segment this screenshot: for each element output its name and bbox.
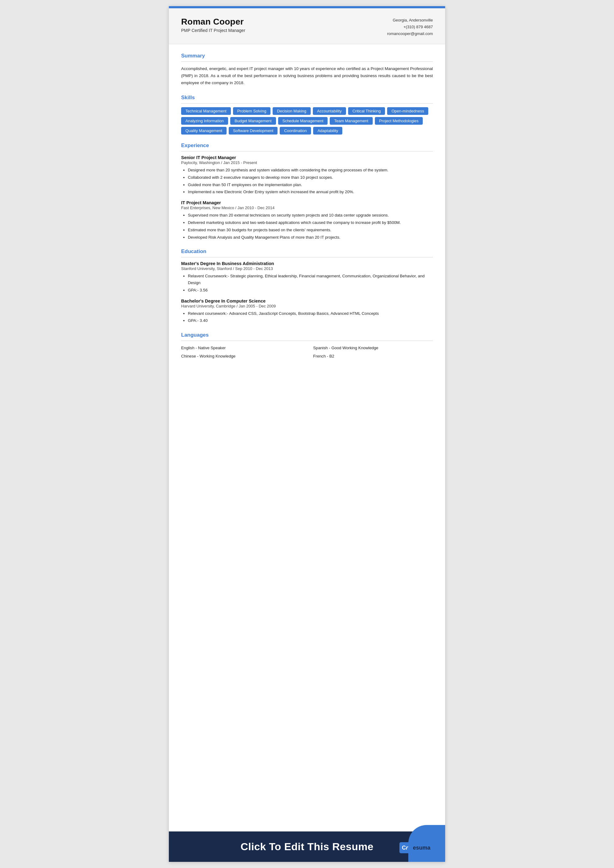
list-item: GPA:- 3.40 <box>188 317 433 324</box>
skill-badge: Open-mindedness <box>387 107 428 115</box>
list-item: Relevant coursework:- Advanced CSS, Java… <box>188 310 433 317</box>
job-meta: Paylocity, Washington / Jan 2015 - Prese… <box>181 160 433 165</box>
languages-section: Languages English - Native SpeakerSpanis… <box>181 332 433 360</box>
experience-section: Experience Senior IT Project ManagerPayl… <box>181 143 433 241</box>
cta-text[interactable]: Click To Edit This Resume <box>241 841 374 852</box>
job-title: IT Project Manager <box>181 200 433 205</box>
list-item: Supervised more than 20 external technic… <box>188 212 433 219</box>
list-item: Implemented a new Electronic Order Entry… <box>188 189 433 195</box>
job-meta: Fast Enterprises, New Mexico / Jan 2010 … <box>181 205 433 210</box>
list-item: Guided more than 50 IT employees on the … <box>188 182 433 188</box>
skills-divider <box>181 103 433 104</box>
skill-badge: Accountability <box>313 107 346 115</box>
list-item: Designed more than 20 synthesis and syst… <box>188 167 433 174</box>
edu-title: Master's Degree In Business Administrati… <box>181 261 433 266</box>
language-item: Spanish - Good Working Knowledge <box>313 345 433 351</box>
header-section: Roman Cooper PMP Certified IT Project Ma… <box>169 8 445 44</box>
edu-meta: Stanford University, Stanford / Sep 2010… <box>181 266 433 271</box>
education-entry: Bachelor's Degree In Computer ScienceHar… <box>181 298 433 325</box>
experience-container: Senior IT Project ManagerPaylocity, Wash… <box>181 155 433 241</box>
skill-badge: Budget Management <box>230 117 276 125</box>
languages-title: Languages <box>181 332 433 338</box>
edu-meta: Harvard University, Cambridge / Jan 2005… <box>181 304 433 308</box>
skill-badge: Software Development <box>229 127 278 135</box>
summary-text: Accomplished, energetic, and expert IT p… <box>181 65 433 87</box>
skill-badge: Coordination <box>280 127 311 135</box>
candidate-email: romancooper@gmail.com <box>387 30 433 37</box>
edu-bullets: Relavent Coursework:- Strategic planning… <box>181 273 433 293</box>
footer-cta[interactable]: Click To Edit This Resume Cr esuma <box>169 831 445 862</box>
skill-badge: Adaptability <box>313 127 342 135</box>
experience-title: Experience <box>181 143 433 149</box>
skills-title: Skills <box>181 95 433 101</box>
candidate-title: PMP Certified IT Project Manager <box>181 28 245 33</box>
job-bullets: Supervised more than 20 external technic… <box>181 212 433 241</box>
list-item: Delivered marketing solutions and two we… <box>188 219 433 226</box>
job-title: Senior IT Project Manager <box>181 155 433 160</box>
resume-page: Roman Cooper PMP Certified IT Project Ma… <box>169 6 445 862</box>
skill-badge: Decision Making <box>273 107 310 115</box>
header-right: Georgia, Andersonville +(310) 879 4687 r… <box>387 17 433 37</box>
job-entry: Senior IT Project ManagerPaylocity, Wash… <box>181 155 433 195</box>
skill-badge: Project Methodologies <box>375 117 423 125</box>
list-item: Developed Risk Analysis and Quality Mana… <box>188 234 433 241</box>
education-entry: Master's Degree In Business Administrati… <box>181 261 433 293</box>
candidate-location: Georgia, Andersonville <box>387 17 433 24</box>
education-divider <box>181 257 433 258</box>
list-item: Relavent Coursework:- Strategic planning… <box>188 273 433 286</box>
education-section: Education Master's Degree In Business Ad… <box>181 248 433 324</box>
cresuma-text-label: esuma <box>413 845 430 851</box>
skill-badge: Quality Management <box>181 127 226 135</box>
summary-section: Summary Accomplished, energetic, and exp… <box>181 53 433 87</box>
language-item: Chinese - Working Knowledge <box>181 353 301 360</box>
summary-divider <box>181 61 433 62</box>
skill-badge: Technical Management <box>181 107 231 115</box>
job-bullets: Designed more than 20 synthesis and syst… <box>181 167 433 195</box>
candidate-name: Roman Cooper <box>181 17 245 27</box>
skills-container: Technical ManagementProblem SolvingDecis… <box>181 107 433 135</box>
main-content: Summary Accomplished, energetic, and exp… <box>169 44 445 822</box>
cresuma-icon-text: Cr <box>402 845 408 851</box>
edu-title: Bachelor's Degree In Computer Science <box>181 298 433 303</box>
cresuma-logo: Cr esuma <box>399 842 433 853</box>
list-item: Estimated more than 30 budgets for proje… <box>188 227 433 233</box>
languages-grid: English - Native SpeakerSpanish - Good W… <box>181 345 433 360</box>
candidate-phone: +(310) 879 4687 <box>387 24 433 30</box>
top-accent-bar <box>169 6 445 8</box>
education-title: Education <box>181 248 433 255</box>
education-container: Master's Degree In Business Administrati… <box>181 261 433 324</box>
skill-badge: Problem Solving <box>233 107 271 115</box>
language-item: French - B2 <box>313 353 433 360</box>
cresuma-text: esuma <box>411 842 433 853</box>
skill-badge: Analyzing Information <box>181 117 228 125</box>
skill-badge: Schedule Management <box>278 117 328 125</box>
cresuma-icon: Cr <box>399 842 411 853</box>
skill-badge: Critical Thinking <box>348 107 385 115</box>
language-item: English - Native Speaker <box>181 345 301 351</box>
job-entry: IT Project ManagerFast Enterprises, New … <box>181 200 433 241</box>
edu-bullets: Relevant coursework:- Advanced CSS, Java… <box>181 310 433 325</box>
list-item: GPA:- 3.56 <box>188 287 433 293</box>
skills-section: Skills Technical ManagementProblem Solvi… <box>181 95 433 135</box>
summary-title: Summary <box>181 53 433 59</box>
header-left: Roman Cooper PMP Certified IT Project Ma… <box>181 17 245 33</box>
list-item: Collaborated with 2 executive managers t… <box>188 174 433 181</box>
skill-badge: Team Management <box>330 117 372 125</box>
